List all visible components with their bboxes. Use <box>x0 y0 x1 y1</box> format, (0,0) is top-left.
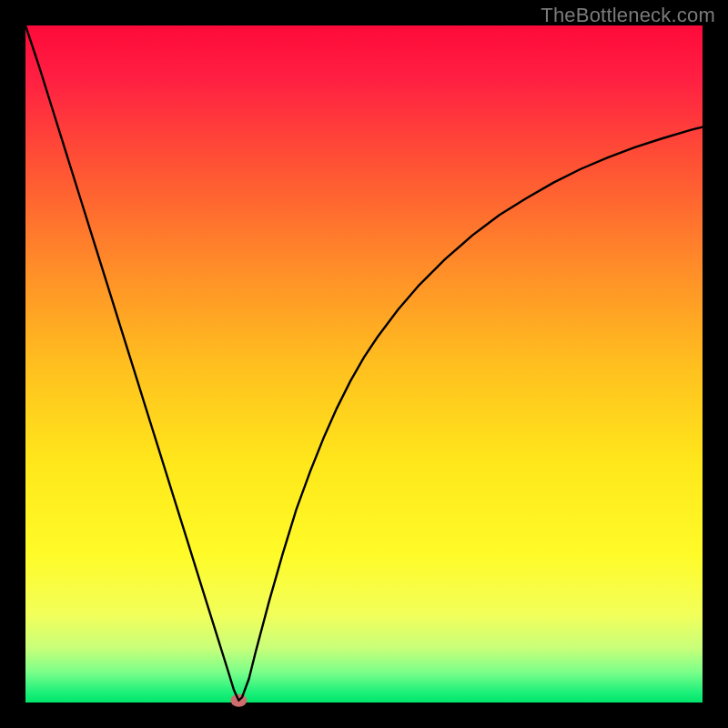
chart-container: TheBottleneck.com <box>0 0 728 728</box>
attribution-text: TheBottleneck.com <box>541 4 715 27</box>
plot-background <box>25 25 703 703</box>
bottleneck-chart <box>0 0 728 728</box>
